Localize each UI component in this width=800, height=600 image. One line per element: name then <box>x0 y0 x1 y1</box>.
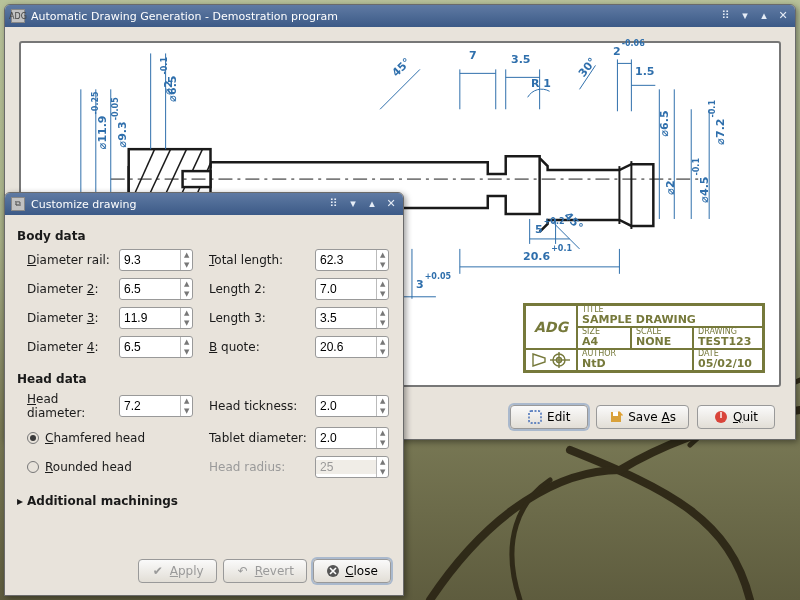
logo-cell: ADG <box>525 305 577 349</box>
revert-button: ↶ Revert <box>223 559 307 583</box>
total-length-input[interactable]: ▲▼ <box>315 249 389 271</box>
head-thickness-label: Head tickness: <box>199 399 309 413</box>
close-button[interactable]: Close <box>313 559 391 583</box>
length-3-label: Length 3: <box>199 311 309 325</box>
rounded-head-radio[interactable]: Rounded head <box>17 460 193 474</box>
customize-dialog: ⧉ Customize drawing ⠿ ▾ ▴ ✕ Body data Di… <box>4 192 404 596</box>
dialog-titlebar[interactable]: ⧉ Customize drawing ⠿ ▾ ▴ ✕ <box>5 193 403 215</box>
head-diameter-input[interactable]: ▲▼ <box>119 395 193 417</box>
length-3-input[interactable]: ▲▼ <box>315 307 389 329</box>
diameter-3-label: Diameter 3: <box>17 311 113 325</box>
edit-button[interactable]: Edit <box>510 405 588 429</box>
projection-icon <box>525 349 577 371</box>
close-icon[interactable]: ✕ <box>383 195 399 211</box>
close-dialog-icon <box>326 564 340 578</box>
tablet-diameter-input[interactable]: ▲▼ <box>315 427 389 449</box>
total-length-label: Total length: <box>199 253 309 267</box>
svg-rect-43 <box>720 412 721 418</box>
length-2-input[interactable]: ▲▼ <box>315 278 389 300</box>
head-radius-label: Head radius: <box>199 460 309 474</box>
main-titlebar[interactable]: ADG Automatic Drawing Generation - Demos… <box>5 5 795 27</box>
main-toolbar: Edit Save As Quit <box>510 405 775 429</box>
diameter-rail-label: Diameter rail: <box>17 253 113 267</box>
window-grip-icon[interactable]: ⠿ <box>326 195 342 211</box>
b-quote-label: B quote: <box>199 340 309 354</box>
radio-on-icon <box>27 432 39 444</box>
head-data-heading: Head data <box>17 372 391 386</box>
main-title: Automatic Drawing Generation - Demostrat… <box>31 10 338 23</box>
head-thickness-input[interactable]: ▲▼ <box>315 395 389 417</box>
head-diameter-label: Head diameter: <box>17 392 113 420</box>
additional-machinings-expander[interactable]: ▸ Additional machinings <box>17 494 391 508</box>
app-icon: ⧉ <box>11 197 25 211</box>
app-icon: ADG <box>11 9 25 23</box>
body-data-heading: Body data <box>17 229 391 243</box>
diameter-rail-input[interactable]: ▲▼ <box>119 249 193 271</box>
window-grip-icon[interactable]: ⠿ <box>718 7 734 23</box>
svg-rect-41 <box>613 412 618 416</box>
quit-icon <box>714 410 728 424</box>
revert-icon: ↶ <box>236 564 250 578</box>
max-icon[interactable]: ▴ <box>364 195 380 211</box>
down-icon: ▼ <box>181 260 192 270</box>
title-block: ADG TITLESAMPLE DRAWING SIZEA4 SCALENONE… <box>523 303 765 373</box>
tablet-diameter-label: Tablet diameter: <box>199 431 309 445</box>
diameter-4-input[interactable]: ▲▼ <box>119 336 193 358</box>
maximize-icon[interactable]: ▴ <box>756 7 772 23</box>
edit-icon <box>528 410 542 424</box>
diameter-2-label: Diameter 2: <box>17 282 113 296</box>
head-radius-input: ▲▼ <box>315 456 389 478</box>
diameter-3-input[interactable]: ▲▼ <box>119 307 193 329</box>
save-icon <box>609 410 623 424</box>
diameter-4-label: Diameter 4: <box>17 340 113 354</box>
up-icon: ▲ <box>181 250 192 260</box>
chevron-right-icon: ▸ <box>17 494 23 508</box>
dialog-title: Customize drawing <box>31 198 137 211</box>
save-as-button[interactable]: Save As <box>596 405 689 429</box>
diameter-2-input[interactable]: ▲▼ <box>119 278 193 300</box>
apply-icon: ✔ <box>151 564 165 578</box>
svg-rect-40 <box>529 411 541 423</box>
b-quote-input[interactable]: ▲▼ <box>315 336 389 358</box>
length-2-label: Length 2: <box>199 282 309 296</box>
apply-button: ✔ Apply <box>138 559 217 583</box>
chamfered-head-radio[interactable]: Chamfered head <box>17 431 193 445</box>
quit-button[interactable]: Quit <box>697 405 775 429</box>
shade-icon[interactable]: ▾ <box>345 195 361 211</box>
close-icon[interactable]: ✕ <box>775 7 791 23</box>
minimize-icon[interactable]: ▾ <box>737 7 753 23</box>
radio-off-icon <box>27 461 39 473</box>
